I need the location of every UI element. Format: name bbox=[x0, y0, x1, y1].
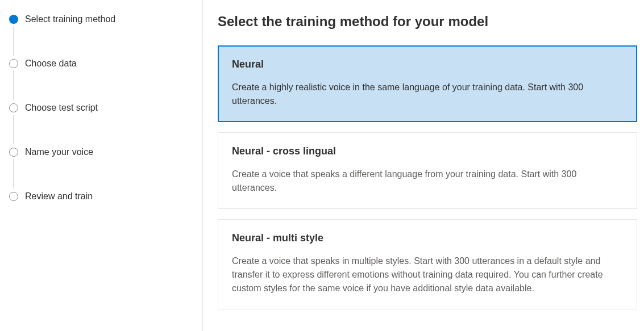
option-title: Neural - multi style bbox=[232, 232, 623, 244]
step-marker-inactive-icon bbox=[9, 59, 18, 68]
step-marker-inactive-icon bbox=[9, 192, 18, 201]
option-description: Create a voice that speaks in multiple s… bbox=[232, 254, 623, 295]
step-connector-line bbox=[14, 159, 14, 188]
step-marker-inactive-icon bbox=[9, 103, 18, 112]
step-label: Review and train bbox=[25, 191, 93, 202]
step-label: Select training method bbox=[25, 14, 115, 25]
training-method-option-neural-multi-style[interactable]: Neural - multi style Create a voice that… bbox=[218, 219, 637, 309]
step-connector-line bbox=[14, 115, 14, 144]
wizard-steps: Select training method Choose data Choos… bbox=[9, 14, 191, 202]
step-label: Choose test script bbox=[25, 102, 98, 114]
step-connector-line bbox=[14, 70, 14, 100]
training-method-option-neural-cross-lingual[interactable]: Neural - cross lingual Create a voice th… bbox=[218, 132, 637, 209]
step-label: Choose data bbox=[25, 58, 77, 69]
main-content: Select the training method for your mode… bbox=[203, 0, 644, 331]
step-marker-active-icon bbox=[9, 15, 18, 24]
option-title: Neural - cross lingual bbox=[232, 145, 623, 157]
step-label: Name your voice bbox=[25, 146, 93, 158]
step-marker-inactive-icon bbox=[9, 148, 18, 157]
option-description: Create a voice that speaks a different l… bbox=[232, 167, 623, 195]
option-description: Create a highly realistic voice in the s… bbox=[232, 81, 623, 108]
page-title: Select the training method for your mode… bbox=[218, 14, 637, 30]
wizard-sidebar: Select training method Choose data Choos… bbox=[0, 0, 203, 331]
step-review-and-train[interactable]: Review and train bbox=[9, 191, 191, 202]
step-select-training-method[interactable]: Select training method bbox=[9, 14, 191, 58]
step-connector-line bbox=[14, 26, 14, 56]
step-name-your-voice[interactable]: Name your voice bbox=[9, 146, 191, 191]
page-container: Select training method Choose data Choos… bbox=[0, 0, 644, 331]
step-choose-data[interactable]: Choose data bbox=[9, 58, 191, 102]
option-title: Neural bbox=[232, 58, 623, 70]
step-choose-test-script[interactable]: Choose test script bbox=[9, 102, 191, 146]
training-method-option-neural[interactable]: Neural Create a highly realistic voice i… bbox=[218, 45, 637, 122]
